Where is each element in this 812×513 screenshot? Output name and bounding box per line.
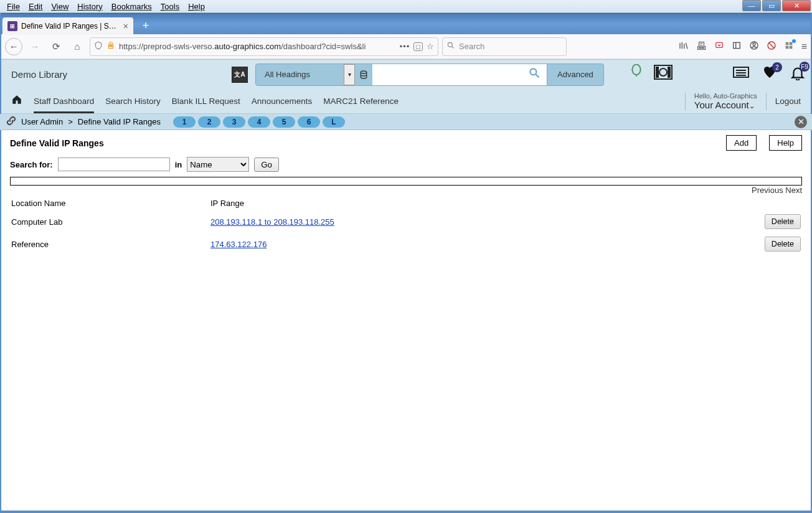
pill-3[interactable]: 3	[223, 116, 245, 128]
close-panel-icon[interactable]: ✕	[795, 116, 807, 128]
cell-location: Reference	[10, 233, 209, 255]
page-title: Define Valid IP Ranges	[10, 138, 104, 148]
reader-mode-icon[interactable]: □	[413, 42, 423, 51]
nav-staff-dashboard[interactable]: Staff Dashboard	[34, 96, 94, 113]
bookmark-star-icon[interactable]: ☆	[427, 42, 434, 51]
col-location-name: Location Name	[10, 196, 209, 210]
menu-help[interactable]: Help	[184, 1, 209, 12]
home-button[interactable]: ⌂	[68, 38, 86, 55]
chevron-down-icon: ⌄	[749, 102, 755, 110]
addons-icon[interactable]	[784, 40, 794, 53]
next-link[interactable]: Next	[785, 186, 802, 195]
catalog-search-input[interactable]	[372, 64, 547, 86]
menu-file[interactable]: File	[2, 1, 24, 12]
library-icon[interactable]	[679, 40, 689, 53]
profile-icon[interactable]	[749, 40, 759, 53]
browser-menubar: File Edit View History Bookmarks Tools H…	[0, 1, 209, 12]
pill-1[interactable]: 1	[173, 116, 196, 128]
notifications-badge: F9	[800, 62, 810, 72]
nav-blank-ill-request[interactable]: Blank ILL Request	[172, 96, 240, 106]
breadcrumb-section[interactable]: User Admin	[21, 117, 63, 126]
table-row: Computer Lab 208.193.118.1 to 208.193.11…	[10, 210, 802, 233]
chevron-down-icon: ▾	[344, 64, 355, 85]
app-nav: Staff Dashboard Search History Blank ILL…	[0, 89, 812, 114]
add-button[interactable]: Add	[726, 135, 757, 151]
divider	[766, 93, 767, 110]
new-tab-button[interactable]: +	[137, 19, 154, 34]
list-icon[interactable]	[732, 65, 750, 84]
home-icon[interactable]	[11, 94, 22, 108]
search-for-label: Search for:	[10, 160, 53, 169]
link-icon	[6, 116, 16, 128]
divider	[685, 93, 686, 110]
nav-announcements[interactable]: Announcements	[252, 96, 313, 106]
delete-button[interactable]: Delete	[765, 214, 801, 229]
menu-edit[interactable]: Edit	[24, 1, 47, 12]
menu-icon[interactable]: ≡	[801, 41, 807, 52]
search-row: Search for: in Name Go	[10, 157, 802, 172]
database-icon[interactable]	[355, 64, 372, 86]
logout-link[interactable]: Logout	[775, 96, 801, 106]
favorites-icon[interactable]: 2	[761, 65, 778, 84]
notifications-icon[interactable]: F9	[790, 64, 806, 85]
menu-history[interactable]: History	[73, 1, 106, 12]
svg-point-17	[632, 65, 640, 75]
menu-bookmarks[interactable]: Bookmarks	[107, 1, 156, 12]
delete-button[interactable]: Delete	[765, 237, 801, 252]
browser-tabbar: ⊞ Define Valid IP Ranges | SWLS | × +	[0, 13, 812, 34]
breadcrumb-page: Define Valid IP Ranges	[78, 117, 161, 126]
pill-4[interactable]: 4	[248, 116, 270, 128]
window-buttons: — ▭ ✕	[742, 0, 811, 11]
ip-range-link[interactable]: 174.63.122.176	[210, 240, 267, 249]
nav-marc21-reference[interactable]: MARC21 Reference	[323, 96, 399, 106]
go-button[interactable]: Go	[254, 158, 279, 172]
page-header: Define Valid IP Ranges Add Help	[10, 135, 802, 151]
page-actions-icon[interactable]: •••	[400, 42, 410, 51]
forward-button[interactable]: →	[26, 38, 44, 55]
balloon-icon[interactable]	[630, 64, 643, 85]
browser-tab[interactable]: ⊞ Define Valid IP Ranges | SWLS | ×	[2, 17, 133, 35]
svg-point-6	[753, 43, 755, 45]
search-scope-dropdown[interactable]: All Headings ▾	[255, 64, 355, 86]
reload-button[interactable]: ⟳	[47, 38, 65, 55]
help-button[interactable]: Help	[769, 135, 802, 151]
search-placeholder: Search	[459, 42, 484, 51]
window-minimize-button[interactable]: —	[742, 0, 761, 11]
ip-range-link[interactable]: 208.193.118.1 to 208.193.118.255	[210, 217, 334, 227]
tab-title: Define Valid IP Ranges | SWLS |	[21, 22, 120, 31]
window-close-button[interactable]: ✕	[782, 0, 811, 11]
sidebar-icon[interactable]	[732, 40, 742, 53]
nav-search-history[interactable]: Search History	[105, 96, 161, 106]
pill-5[interactable]: 5	[273, 116, 295, 128]
account-dropdown[interactable]: Hello, Auto-Graphics Your Account⌄	[694, 92, 757, 110]
pill-2[interactable]: 2	[198, 116, 220, 128]
svg-rect-3	[733, 42, 740, 48]
print-icon[interactable]: 🖶	[696, 40, 707, 53]
advanced-search-button[interactable]: Advanced	[547, 64, 604, 86]
pocket-icon[interactable]	[714, 40, 724, 53]
pill-last[interactable]: L	[323, 116, 345, 128]
scan-icon[interactable]	[654, 64, 673, 85]
svg-point-19	[659, 68, 667, 76]
search-in-select[interactable]: Name	[187, 157, 249, 172]
browser-search-bar[interactable]: Search	[442, 37, 567, 56]
url-text: https://preprod-swls-verso.auto-graphics…	[119, 42, 396, 51]
svg-point-13	[361, 71, 366, 73]
search-icon	[528, 67, 541, 82]
app-header: Demo Library 文A All Headings ▾ Advanced	[0, 59, 812, 89]
back-button[interactable]: ←	[5, 38, 22, 55]
previous-link[interactable]: Previous	[752, 186, 783, 195]
search-for-input[interactable]	[58, 158, 170, 171]
tab-close-icon[interactable]: ×	[123, 21, 128, 31]
toolbar-extensions: 🖶 ≡	[679, 40, 807, 53]
svg-point-0	[448, 42, 452, 47]
window-maximize-button[interactable]: ▭	[762, 0, 781, 11]
menu-tools[interactable]: Tools	[156, 1, 184, 12]
url-bar[interactable]: https://preprod-swls-verso.auto-graphics…	[90, 37, 438, 56]
security-icon[interactable]	[767, 40, 777, 53]
menu-view[interactable]: View	[47, 1, 73, 12]
language-icon[interactable]: 文A	[232, 67, 248, 83]
lock-warning-icon	[106, 41, 115, 52]
svg-rect-20	[656, 67, 659, 78]
pill-6[interactable]: 6	[298, 116, 320, 128]
